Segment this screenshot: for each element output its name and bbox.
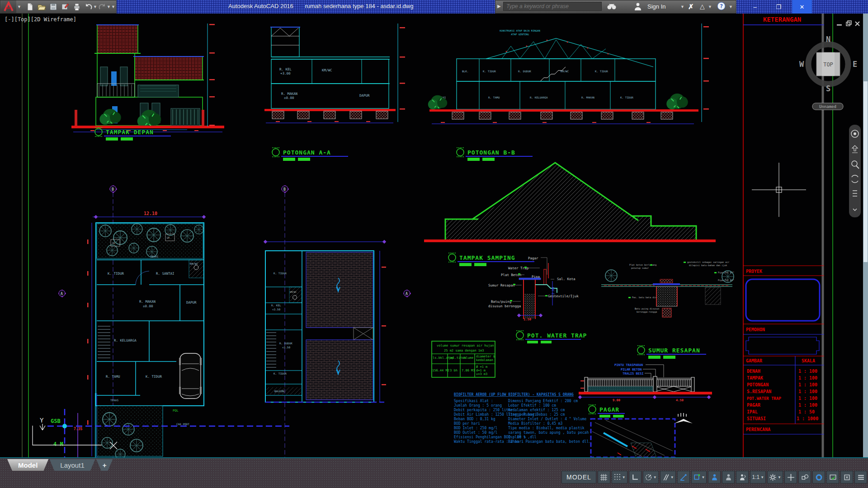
autocad-logo[interactable] [1,0,16,13]
svg-text:POTONGAN B-B: POTONGAN B-B [467,149,515,156]
svg-text:volume sumur resapan air hujan: volume sumur resapan air hujan [437,344,494,347]
resapan-volume-table: volume sumur resapan air hujan 25 m2 sam… [432,341,495,377]
search-collapse-arrow[interactable]: ▶ [497,4,501,9]
sign-in-button[interactable]: Sign In [647,3,665,10]
svg-text:KONSTRUKSI ATAP BAJA RINGAN: KONSTRUKSI ATAP BAJA RINGAN [500,29,540,32]
svg-text:BIOFILTER AEROB (UP FLOW BIOFI: BIOFILTER AEROB (UP FLOW BIOFILTER) - KA… [454,393,574,397]
snap-toggle[interactable]: ▼ [612,471,627,483]
model-space-canvas[interactable]: [-][Top][2D Wireframe] [0,14,868,457]
annotation-scale-value[interactable]: 1:1▼ [750,471,766,483]
plot-icon[interactable] [72,2,81,11]
graphics-performance[interactable] [812,471,825,483]
app-title: Autodesk AutoCAD 2016 [228,3,293,9]
svg-text:Unnamed: Unnamed [819,104,836,109]
viewport-controls-label[interactable]: [-][Top][2D Wireframe] [5,16,76,23]
svg-text:(split ) ,dll: (split ) ,dll [508,435,537,439]
object-snap-toggle[interactable]: ▼ [691,471,707,483]
close-button[interactable]: ✕ [792,0,812,14]
svg-text:Ø =1 m: Ø =1 m [476,365,487,369]
svg-text:POTONGAN: POTONGAN [747,382,769,387]
label-potongan-bb: POTONGAN B-B [457,148,533,161]
redo-caret[interactable]: ▼ [107,5,111,9]
tab-layout1[interactable]: Layout1 [49,459,95,471]
isodraft-toggle[interactable]: ▼ [660,471,676,483]
vp-close-icon [855,22,859,26]
undo-icon[interactable] [84,2,93,11]
annotation-monitor[interactable] [784,471,797,483]
model-paper-toggle[interactable]: MODEL [561,471,596,483]
svg-text:9.00: 9.00 [613,399,620,402]
grid-bubble-a1: A [59,290,66,297]
search-binoculars-icon[interactable] [607,3,617,12]
minimize-button[interactable]: – [745,0,765,14]
svg-text:+3.50: +3.50 [272,308,280,311]
svg-text:K. TIDUR: K. TIDUR [274,272,287,275]
undo-caret[interactable]: ▼ [93,5,97,9]
svg-text:disusun berongga: disusun berongga [488,304,521,308]
navigation-bar[interactable] [849,125,861,217]
save-as-icon[interactable] [61,2,70,11]
svg-text:B: B [112,188,114,192]
svg-text:IPAL: IPAL [747,409,758,414]
svg-text:K. TIDUR: K. TIDUR [146,375,162,379]
svg-text:PAGAR: PAGAR [747,403,761,408]
exchange-apps-icon[interactable]: ✗ [688,3,694,11]
tab-model[interactable]: Model [7,459,48,471]
search-input[interactable] [503,2,602,11]
document-title: rumah sederhana type 184 - asdar.id.dwg [305,3,413,9]
qat-menu-caret[interactable]: ▼ [111,5,115,9]
ortho-toggle[interactable] [629,471,642,483]
grid-bubble-b1: B [110,186,117,193]
new-layout-button[interactable]: + [96,459,113,471]
auto-annotation-scale-toggle[interactable] [722,471,735,483]
svg-text:sarang tawon, batu apung , bat: sarang tawon, batu apung , batu pecah [508,431,589,435]
help-caret[interactable]: ▼ [729,5,733,9]
status-bar-extra[interactable] [840,471,853,483]
svg-text:Beban BOD : 0,31 kg: Beban BOD : 0,31 kg [454,417,495,421]
clean-screen[interactable] [826,471,839,483]
workspace-switching[interactable]: ▼ [767,471,783,483]
svg-text:Batu puing disusun: Batu puing disusun [635,307,659,310]
logo-menu-caret[interactable]: ▼ [17,5,21,9]
redo-icon[interactable] [98,2,107,11]
svg-text:E: E [853,60,857,69]
annotation-scale-icon[interactable] [736,471,749,483]
site-plan-sketch [591,413,693,457]
sign-in-caret[interactable]: ▼ [680,5,684,9]
svg-text:1 : 100: 1 : 100 [798,369,817,374]
viewcube[interactable]: N W E S TOP Unnamed [799,35,857,110]
isolate-objects[interactable] [798,471,811,483]
svg-text:PEMOHON: PEMOHON [746,327,765,332]
viewport-window-controls[interactable] [837,21,859,26]
help-icon[interactable]: ? [717,2,726,12]
open-icon[interactable] [37,2,46,11]
svg-text:SUMUR RESAPAN: SUMUR RESAPAN [648,347,700,354]
maximize-button[interactable]: ❐ [769,0,788,14]
grid-toggle[interactable] [598,471,610,483]
object-snap-tracking-toggle[interactable] [677,471,690,483]
svg-text:1 : 100: 1 : 100 [798,403,817,408]
annotation-visibility-toggle[interactable] [708,471,721,483]
svg-text:BOD Outlet : 50 mg/l: BOD Outlet : 50 mg/l [454,431,498,435]
svg-text:Spesifikasi Alat :: Spesifikasi Alat : [454,399,493,403]
svg-text:POT.WATER TRAP: POT.WATER TRAP [747,396,781,401]
label-tampak-samping: TAMPAK SAMPING [448,253,534,266]
svg-text:1 : 100: 1 : 100 [798,396,817,401]
svg-text:SITUASI: SITUASI [747,416,766,421]
a360-caret[interactable]: ▼ [708,5,712,9]
new-file-icon[interactable] [25,2,34,11]
svg-text:DAPUR: DAPUR [186,300,197,305]
user-icon [634,2,642,13]
save-icon[interactable] [49,2,58,11]
svg-text:+3.00: +3.00 [280,71,291,75]
polar-tracking-toggle[interactable]: ▼ [643,471,659,483]
customization-menu[interactable] [854,471,867,483]
svg-text:TERAS: TERAS [110,399,118,402]
canvas-scrollbar[interactable] [863,14,868,457]
a360-icon[interactable]: △ [700,3,705,10]
svg-text:BLK.: BLK. [462,70,468,73]
svg-text:TAMPAK SAMPING: TAMPAK SAMPING [459,254,515,261]
svg-text:volume: volume [462,356,473,360]
svg-text:R. KELUARGA: R. KELUARGA [530,96,548,99]
svg-text:S: S [826,84,830,93]
